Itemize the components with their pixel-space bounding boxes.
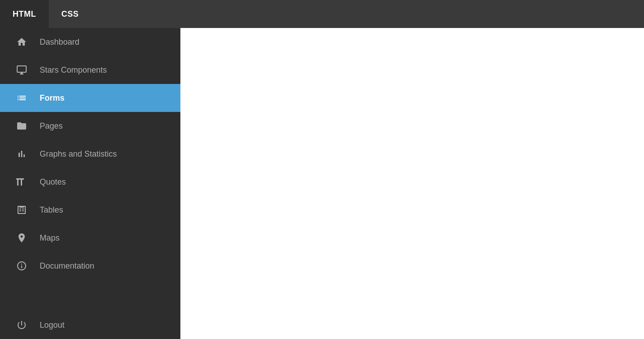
main-layout: Dashboard Stars Components Forms (0, 28, 644, 339)
sidebar-item-documentation[interactable]: Documentation (0, 252, 180, 280)
sidebar-item-pages-label: Pages (40, 121, 63, 131)
sidebar-item-quotes[interactable]: Quotes (0, 168, 180, 196)
sidebar-item-logout-label: Logout (40, 320, 64, 330)
sidebar-item-quotes-label: Quotes (40, 177, 66, 187)
sidebar-item-forms-label: Forms (40, 93, 64, 103)
home-icon (14, 37, 30, 47)
list-icon (14, 93, 30, 103)
sidebar-item-tables-label: Tables (40, 205, 63, 215)
content-area (180, 28, 644, 339)
sidebar-item-logout[interactable]: Logout (0, 311, 180, 339)
tab-html-label: HTML (13, 9, 36, 19)
sidebar-item-stars-components[interactable]: Stars Components (0, 56, 180, 84)
sidebar-item-dashboard[interactable]: Dashboard (0, 28, 180, 56)
sidebar: Dashboard Stars Components Forms (0, 28, 180, 339)
tab-css-label: CSS (61, 9, 79, 19)
sidebar-item-maps-label: Maps (40, 233, 60, 243)
sidebar-item-documentation-label: Documentation (40, 261, 94, 271)
sidebar-item-pages[interactable]: Pages (0, 112, 180, 140)
sidebar-item-graphs-statistics[interactable]: Graphs and Statistics (0, 140, 180, 168)
tab-html[interactable]: HTML (0, 0, 49, 28)
map-pin-icon (14, 232, 30, 243)
sidebar-item-forms[interactable]: Forms (0, 84, 180, 112)
font-icon (14, 176, 30, 187)
tab-css[interactable]: CSS (49, 0, 92, 28)
sidebar-item-stars-components-label: Stars Components (40, 65, 107, 75)
table-icon (14, 204, 30, 215)
power-icon (14, 320, 30, 330)
folder-icon (14, 121, 30, 131)
top-bar: HTML CSS (0, 0, 644, 28)
sidebar-item-dashboard-label: Dashboard (40, 37, 79, 47)
sidebar-item-graphs-statistics-label: Graphs and Statistics (40, 149, 117, 159)
sidebar-item-tables[interactable]: Tables (0, 196, 180, 224)
monitor-icon (14, 65, 30, 75)
info-icon (14, 260, 30, 271)
sidebar-item-maps[interactable]: Maps (0, 224, 180, 252)
bar-chart-icon (14, 149, 30, 159)
sidebar-spacer (0, 280, 180, 311)
